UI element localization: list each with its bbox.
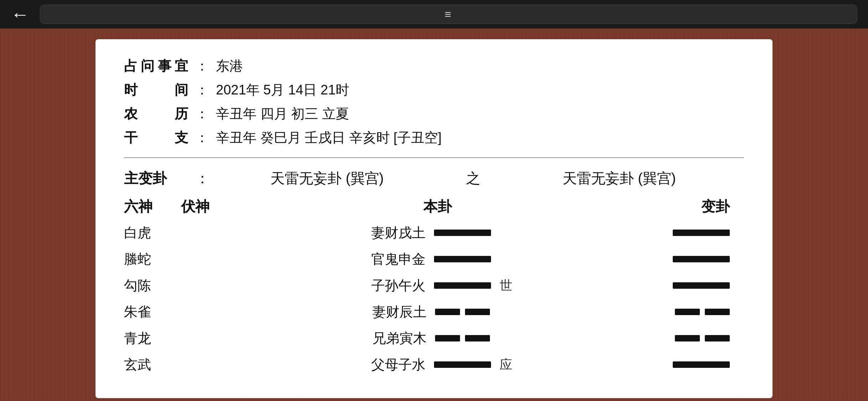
header-bengua: 本卦 [245,197,630,216]
biangua-1 [630,230,744,236]
section-divider [124,158,744,158]
value-time: 2021年 5月 14日 21时 [216,81,349,99]
bengua-3: 子孙午火 世 [245,277,630,295]
bengua-1: 妻财戌土 [245,224,630,242]
bengua-4: 妻财辰土 [245,303,630,321]
top-bar: ← ≡ [0,0,868,29]
liushen-1: 白虎 [124,224,181,242]
line-broken-4 [435,309,490,315]
yao-text-1: 妻财戌土 [354,224,425,242]
colon-lunar: ： [195,105,209,123]
colon-time: ： [195,81,209,99]
colon-ganzhi: ： [195,129,209,147]
biangua-line-broken-5 [675,335,730,341]
hex-row-3: 勾陈 子孙午火 世 [124,275,744,296]
label-matter: 占问事宜 [124,57,188,75]
yao-lines-1 [434,230,491,236]
yao-lines-6 [434,361,491,368]
header-liushen: 六神 [124,197,181,216]
line-solid-3 [434,282,491,289]
biangua-3 [630,282,744,289]
piece-5b [465,335,490,341]
info-card: 占问事宜 ： 东港 时 间 ： 2021年 5月 14日 21时 农 历 ： 辛… [95,39,773,398]
menu-bar[interactable]: ≡ [40,5,857,24]
bpiece-5b [705,335,730,341]
bpiece-5a [675,335,700,341]
biangua-line-solid-6 [673,361,730,368]
header-biangua: 变卦 [630,197,744,216]
biangua-lines-5 [675,335,730,341]
biangua-5 [630,335,744,341]
bpiece-4b [705,309,730,315]
biangua-2 [630,256,744,262]
label-lunar: 农 历 [124,105,188,123]
hex-change-name: 天雷无妄卦 (巽宫) [509,169,744,188]
hex-row-5: 青龙 兄弟寅木 [124,328,744,349]
yao-lines-3 [434,282,491,289]
biangua-6 [630,361,744,368]
hexagram-section: 主变卦 ： 天雷无妄卦 (巽宫) 之 天雷无妄卦 (巽宫) 六神 伏神 本卦 变… [124,169,744,375]
value-ganzhi: 辛丑年 癸巳月 壬戌日 辛亥时 [子丑空] [216,129,441,147]
liushen-5: 青龙 [124,329,181,348]
value-lunar: 辛丑年 四月 初三 立夏 [216,105,349,123]
hex-row-4: 朱雀 妻财辰土 [124,301,744,323]
yao-lines-4 [435,309,490,315]
biangua-line-solid-3 [673,282,730,289]
piece-5a [435,335,460,341]
bpiece-4a [675,309,700,315]
hex-row-2: 螣蛇 官鬼申金 [124,248,744,270]
line-solid-2 [434,256,491,262]
menu-icon: ≡ [445,8,453,21]
liushen-3: 勾陈 [124,277,181,295]
hex-zhi: 之 [466,169,480,188]
liushen-2: 螣蛇 [124,250,181,268]
yao-lines-5 [435,335,490,341]
liushen-6: 玄武 [124,356,181,374]
yao-marker-3: 世 [500,277,521,294]
hex-title-label: 主变卦 [124,169,188,188]
line-solid-1 [434,230,491,236]
line-broken-5 [435,335,490,341]
yao-text-5: 兄弟寅木 [355,329,427,348]
bengua-6: 父母子水 应 [245,356,630,374]
info-row-time: 时 间 ： 2021年 5月 14日 21时 [124,81,744,99]
yao-marker-6: 应 [500,356,521,374]
info-row-ganzhi: 干 支 ： 辛丑年 癸巳月 壬戌日 辛亥时 [子丑空] [124,129,744,147]
yao-text-6: 父母子水 [354,356,425,374]
yao-text-2: 官鬼申金 [354,250,425,268]
value-matter: 东港 [216,57,243,75]
bengua-5: 兄弟寅木 [245,329,630,348]
label-time: 时 间 [124,81,188,99]
label-ganzhi: 干 支 [124,129,188,147]
biangua-line-broken-4 [675,309,730,315]
header-fushen: 伏神 [181,197,245,216]
yao-text-3: 子孙午火 [354,277,425,295]
back-button[interactable]: ← [11,5,29,24]
piece-4a [435,309,460,315]
biangua-line-solid-1 [673,230,730,236]
biangua-line-solid-2 [673,256,730,262]
info-row-lunar: 农 历 ： 辛丑年 四月 初三 立夏 [124,105,744,123]
liushen-4: 朱雀 [124,303,181,321]
hex-title-row: 主变卦 ： 天雷无妄卦 (巽宫) 之 天雷无妄卦 (巽宫) [124,169,744,188]
info-section: 占问事宜 ： 东港 时 间 ： 2021年 5月 14日 21时 农 历 ： 辛… [124,57,744,147]
biangua-lines-3 [673,282,730,289]
hex-row-6: 玄武 父母子水 应 [124,354,744,375]
line-solid-6 [434,361,491,368]
yao-text-4: 妻财辰土 [355,303,427,321]
info-row-matter: 占问事宜 ： 东港 [124,57,744,75]
biangua-4 [630,309,744,315]
biangua-lines-2 [673,256,730,262]
hex-header-row: 六神 伏神 本卦 变卦 [124,197,744,216]
piece-4b [465,309,490,315]
hex-row-1: 白虎 妻财戌土 [124,222,744,243]
biangua-lines-1 [673,230,730,236]
hex-main-name: 天雷无妄卦 (巽宫) [217,169,438,188]
colon-matter: ： [195,57,209,75]
biangua-lines-4 [675,309,730,315]
yao-lines-2 [434,256,491,262]
biangua-lines-6 [673,361,730,368]
bengua-2: 官鬼申金 [245,250,630,268]
hex-title-colon: ： [195,169,210,188]
main-content: 占问事宜 ： 东港 时 间 ： 2021年 5月 14日 21时 农 历 ： 辛… [0,29,868,401]
